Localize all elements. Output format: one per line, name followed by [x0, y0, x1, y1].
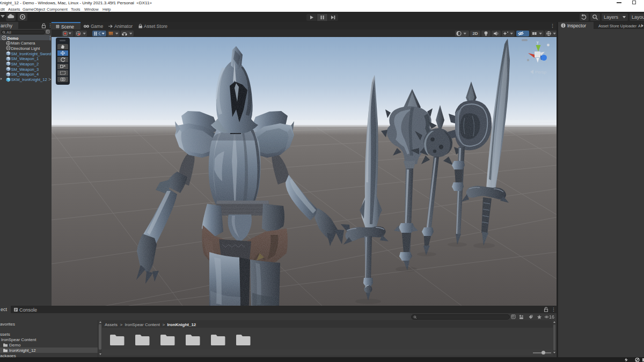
svg-text:z: z	[546, 60, 547, 63]
svg-text:x: x	[524, 55, 526, 58]
svg-text:Persp: Persp	[535, 70, 546, 75]
